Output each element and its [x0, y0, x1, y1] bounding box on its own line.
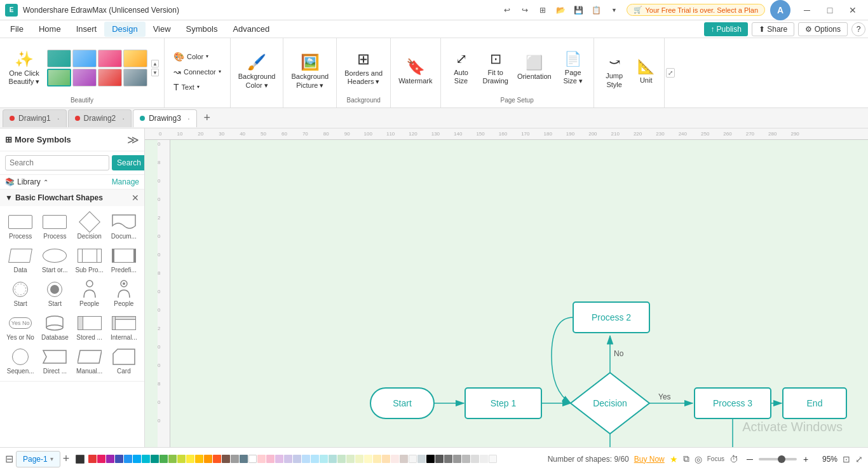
- publish-btn[interactable]: ↑ Publish: [704, 22, 748, 36]
- redo-btn[interactable]: ↪: [517, 4, 532, 17]
- theme-3[interactable]: [98, 50, 122, 67]
- tab-drawing1[interactable]: Drawing1 ·: [3, 109, 67, 127]
- cs-dark6[interactable]: [480, 455, 488, 463]
- one-click-beautify-btn[interactable]: ✨ One ClickBeautify ▾: [4, 45, 44, 91]
- maximize-btn[interactable]: □: [820, 4, 840, 17]
- save-as-btn[interactable]: 📋: [588, 4, 604, 17]
- cs-dark3[interactable]: [453, 455, 461, 463]
- fullscreen-icon[interactable]: ⤢: [855, 454, 863, 464]
- cs-green[interactable]: [159, 455, 168, 463]
- theme-1[interactable]: [47, 50, 71, 67]
- cs-amber100[interactable]: [373, 455, 381, 463]
- sidebar-collapse-btn[interactable]: ≫: [127, 133, 139, 147]
- bg-picture-btn[interactable]: 🖼️ BackgroundPicture ▾: [287, 49, 332, 95]
- theme-5-active[interactable]: [47, 69, 71, 86]
- cs-dark5[interactable]: [471, 455, 479, 463]
- shape-document[interactable]: Docum...: [107, 210, 140, 242]
- cs-brown[interactable]: [222, 455, 230, 463]
- cs-bluegrey[interactable]: [240, 455, 248, 463]
- zoom-slider[interactable]: [759, 458, 797, 460]
- share-btn[interactable]: ⬆ Share: [752, 22, 794, 36]
- zoom-thumb[interactable]: [778, 455, 785, 463]
- cs-blue100[interactable]: [302, 455, 310, 463]
- theme-7[interactable]: [98, 69, 122, 86]
- user-avatar[interactable]: A: [770, 0, 790, 20]
- cs-teal100[interactable]: [329, 455, 337, 463]
- cs-red[interactable]: [88, 455, 97, 463]
- theme-4[interactable]: [123, 50, 147, 67]
- cs-lb100[interactable]: [311, 455, 319, 463]
- shape-data[interactable]: Data: [4, 244, 37, 276]
- cs-purple[interactable]: [106, 455, 114, 463]
- theme-6[interactable]: [72, 69, 97, 86]
- shape-subprocess[interactable]: Sub Pro...: [73, 244, 106, 276]
- cs-indigo[interactable]: [115, 455, 123, 463]
- search-input[interactable]: [5, 155, 109, 170]
- page-add-btn[interactable]: +: [63, 452, 70, 466]
- cs-pink[interactable]: [97, 455, 105, 463]
- shapes-close-btn[interactable]: ✕: [132, 193, 139, 203]
- bg-color-btn[interactable]: 🖌️ BackgroundColor ▾: [234, 49, 280, 95]
- cs-amber[interactable]: [195, 455, 203, 463]
- cs-bg100[interactable]: [417, 455, 426, 463]
- flowchart-svg[interactable]: Start Step 1 Decision No Process 2: [170, 140, 868, 447]
- cs-cyan[interactable]: [142, 455, 150, 463]
- page-size-btn[interactable]: 📄 PageSize ▾: [557, 45, 590, 91]
- tab2-close[interactable]: ·: [122, 113, 125, 123]
- help-btn[interactable]: ?: [851, 22, 865, 36]
- cs-white[interactable]: [248, 455, 257, 463]
- shapes-header[interactable]: ▼ Basic Flowchart Shapes ✕: [0, 190, 144, 206]
- shape-process1[interactable]: Process: [4, 210, 37, 242]
- shape-start-ellipse[interactable]: Start or...: [38, 244, 71, 276]
- shape-yes-no[interactable]: Yes No Yes or No: [4, 311, 37, 343]
- cs-teal[interactable]: [151, 455, 159, 463]
- cs-purple100[interactable]: [275, 455, 283, 463]
- shape-people1[interactable]: People: [73, 277, 106, 310]
- cs-grey100[interactable]: [409, 455, 417, 463]
- cs-orange100[interactable]: [382, 455, 390, 463]
- tab3-close[interactable]: ·: [187, 113, 190, 123]
- save-btn[interactable]: 💾: [571, 4, 586, 17]
- cs-dark1[interactable]: [435, 455, 444, 463]
- trial-banner[interactable]: 🛒 Your Free Trial is over. Select a Plan: [627, 4, 765, 16]
- cs-lgreen[interactable]: [168, 455, 177, 463]
- menu-home[interactable]: Home: [31, 22, 69, 37]
- cs-brown100[interactable]: [400, 455, 408, 463]
- expand-view-icon[interactable]: ⊡: [843, 454, 850, 464]
- shape-manual[interactable]: Manual...: [73, 345, 106, 377]
- theme-expand-down[interactable]: ▼: [151, 69, 159, 76]
- shape-decision[interactable]: Decision: [73, 210, 106, 242]
- menu-design[interactable]: Design: [104, 22, 145, 37]
- jump-style-btn[interactable]: ⤻ JumpStyle: [598, 49, 631, 95]
- shape-start-circle2[interactable]: Start: [38, 277, 71, 310]
- ribbon-expand[interactable]: ⤢: [665, 38, 676, 107]
- cs-red100[interactable]: [257, 455, 266, 463]
- menu-insert[interactable]: Insert: [69, 22, 105, 37]
- menu-view[interactable]: View: [146, 22, 179, 37]
- shape-people2[interactable]: People: [107, 277, 140, 310]
- cs-green100[interactable]: [337, 455, 346, 463]
- cs-blue[interactable]: [124, 455, 132, 463]
- auto-size-btn[interactable]: ⤢ AutoSize: [445, 45, 478, 91]
- cs-lgreen100[interactable]: [346, 455, 355, 463]
- color-swatch-pen[interactable]: [76, 455, 85, 464]
- menu-file[interactable]: File: [3, 22, 31, 37]
- cs-dark4[interactable]: [462, 455, 470, 463]
- unit-btn[interactable]: 📐 Unit: [632, 49, 660, 95]
- cs-yellow[interactable]: [186, 455, 194, 463]
- page-icon[interactable]: ⊟: [5, 453, 13, 465]
- zoom-out-btn[interactable]: ─: [743, 453, 756, 466]
- cs-yellow100[interactable]: [364, 455, 372, 463]
- canvas-viewport[interactable]: 0 8 0 0 2 0 0 8 0 0 2 0 0 8 0 0: [158, 140, 868, 447]
- minimize-btn[interactable]: ─: [797, 4, 817, 17]
- shape-start-circle1[interactable]: Start: [4, 277, 37, 310]
- canvas-area[interactable]: 0 10 20 30 40 50 60 70 80 90 100 110 120…: [145, 128, 868, 447]
- tab-drawing2[interactable]: Drawing2 ·: [68, 109, 132, 127]
- focus-icon[interactable]: ◎: [695, 454, 702, 464]
- cs-black[interactable]: [426, 455, 435, 463]
- cs-deepurple100[interactable]: [284, 455, 292, 463]
- cs-orange[interactable]: [204, 455, 212, 463]
- shape-process2[interactable]: Process: [38, 210, 71, 242]
- menu-advanced[interactable]: Advanced: [225, 22, 277, 37]
- cs-dark2[interactable]: [444, 455, 452, 463]
